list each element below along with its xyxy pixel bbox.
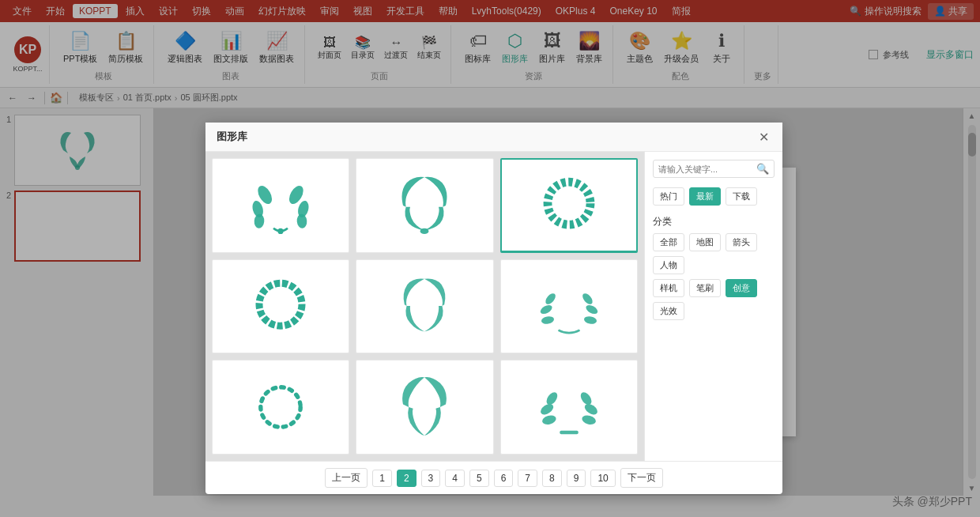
modal-header: 图形库 ✕ [205,123,782,152]
search-icon-modal: 🔍 [756,163,769,175]
modal-sidebar: 🔍 热门 最新 下载 分类 全部 地图 箭头 [644,152,782,461]
svg-point-6 [296,213,307,228]
svg-point-18 [545,391,560,407]
modal-footer: 上一页 1 2 3 4 5 6 7 8 9 10 下一页 [205,461,782,494]
page-1-btn[interactable]: 1 [372,470,392,487]
wreath-5-svg [389,270,460,342]
category-row-2: 样机 笔刷 创意 光效 [653,279,775,320]
filter-row-hld: 热门 最新 下载 [653,187,775,206]
wreath-8-svg [389,372,460,443]
modal-shape-library: 图形库 ✕ [205,123,782,494]
watermark: 头条 @郑少PPT [892,495,972,509]
grid-item-4[interactable] [212,259,349,354]
svg-point-8 [420,228,429,234]
filter-section-category: 分类 全部 地图 箭头 人物 样机 笔刷 创意 光效 [653,215,775,320]
filter-section-hot: 热门 最新 下载 [653,187,775,206]
page-7-btn[interactable]: 7 [518,470,537,487]
cat-creative-btn[interactable]: 创意 [726,279,757,297]
page-10-btn[interactable]: 10 [590,470,615,487]
filter-download-btn[interactable]: 下载 [726,187,757,206]
grid-item-6[interactable] [500,259,638,354]
page-4-btn[interactable]: 4 [445,470,465,487]
grid-item-1[interactable] [212,158,349,253]
page-5-btn[interactable]: 5 [469,470,489,487]
cat-effect-btn[interactable]: 光效 [653,302,684,320]
svg-point-12 [539,304,554,316]
svg-point-21 [579,391,594,407]
svg-point-16 [583,316,597,326]
wreath-1-svg [245,170,316,241]
grid-item-8[interactable] [356,360,493,455]
grid-item-5[interactable] [356,259,493,354]
filter-latest-btn[interactable]: 最新 [689,187,721,206]
grid-item-7[interactable] [212,360,349,455]
grid-item-2[interactable] [356,158,493,253]
page-2-btn[interactable]: 2 [397,470,416,487]
svg-point-20 [541,414,557,426]
wreath-4-svg [245,270,316,342]
cat-people-btn[interactable]: 人物 [653,256,684,274]
cat-all-btn[interactable]: 全部 [653,233,684,251]
modal-grid [205,152,644,461]
svg-point-9 [548,183,590,225]
svg-rect-24 [560,431,578,435]
category-label: 分类 [653,215,775,228]
svg-point-14 [581,292,594,306]
cat-map-btn[interactable]: 地图 [689,233,721,251]
svg-point-17 [261,387,300,427]
modal-title: 图形库 [217,130,247,144]
svg-point-15 [584,304,599,316]
page-prev-btn[interactable]: 上一页 [325,468,368,488]
svg-point-7 [278,228,284,234]
svg-point-13 [541,316,555,326]
grid-item-3[interactable] [500,158,638,253]
grid-item-9[interactable] [500,360,638,455]
svg-point-3 [254,213,265,228]
cat-mockup-btn[interactable]: 样机 [653,279,684,297]
page-3-btn[interactable]: 3 [421,470,441,487]
wreath-3-svg [533,169,605,240]
wreath-9-svg [533,372,605,443]
svg-point-11 [544,292,557,306]
wreath-7-svg [245,372,316,443]
modal-body: 🔍 热门 最新 下载 分类 全部 地图 箭头 [205,152,782,461]
page-9-btn[interactable]: 9 [567,470,586,487]
cat-brush-btn[interactable]: 笔刷 [689,279,721,297]
category-row-1: 全部 地图 箭头 人物 [653,233,775,274]
modal-overlay: 图形库 ✕ [0,0,980,517]
page-next-btn[interactable]: 下一页 [620,468,663,488]
filter-hot-btn[interactable]: 热门 [653,187,684,206]
search-input-modal[interactable] [658,164,753,174]
page-6-btn[interactable]: 6 [494,470,514,487]
cat-arrow-btn[interactable]: 箭头 [726,233,757,251]
svg-point-10 [259,284,302,326]
svg-point-19 [538,402,555,417]
svg-point-23 [581,414,597,426]
page-8-btn[interactable]: 8 [542,470,562,487]
wreath-2-svg [389,170,460,241]
svg-point-22 [582,402,599,417]
modal-close-button[interactable]: ✕ [756,129,771,145]
wreath-6-svg [533,270,605,342]
search-box-modal[interactable]: 🔍 [653,160,775,178]
